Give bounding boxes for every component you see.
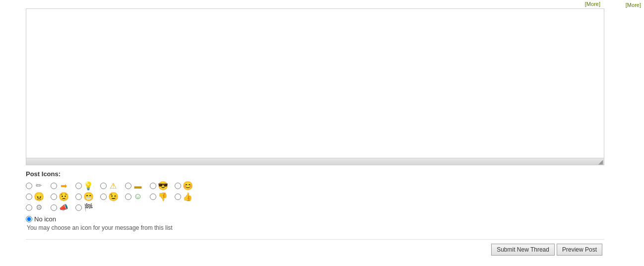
- icons-row-3: ⚙ 📣 🏁: [26, 202, 604, 212]
- preview-post-button[interactable]: Preview Post: [557, 244, 602, 256]
- cool-icon: ☺: [133, 192, 143, 201]
- icon-item-mad: 😠: [26, 192, 44, 201]
- icon-item-flag: 🏁: [75, 202, 93, 212]
- icon-item-cool: ☺: [125, 192, 143, 201]
- more-link-container: [More]: [26, 0, 604, 8]
- warning-icon: ⚠: [108, 181, 118, 191]
- resize-handle-icon: ◢: [598, 158, 603, 165]
- radio-no-icon[interactable]: [26, 216, 32, 222]
- gear-icon: ⚙: [34, 202, 44, 212]
- icons-grid: ✏ ➡ 💡 ⚠ ▬: [26, 181, 604, 212]
- no-icon-row: No icon: [26, 215, 604, 223]
- icon-item-wink: 😉: [100, 192, 118, 201]
- icon-item-megaphone: 📣: [51, 202, 68, 212]
- icon-item-pencil: ✏: [26, 181, 44, 191]
- resize-bar: ◢: [26, 158, 604, 165]
- message-textarea[interactable]: [26, 9, 604, 158]
- radio-megaphone[interactable]: [51, 204, 57, 211]
- icon-item-smile: 😊: [175, 181, 193, 191]
- arrow-icon: ➡: [59, 181, 68, 191]
- bottom-buttons: Submit New Thread Preview Post: [26, 239, 604, 260]
- sunglasses-icon: 😎: [158, 181, 168, 191]
- icon-item-box: ▬: [125, 181, 143, 191]
- icon-item-arrow: ➡: [51, 181, 68, 191]
- more-link-right[interactable]: [More]: [626, 2, 641, 8]
- radio-thumbsdown[interactable]: [150, 194, 156, 200]
- radio-gear[interactable]: [26, 204, 32, 211]
- radio-mad[interactable]: [26, 194, 32, 200]
- right-sidebar: [More]: [604, 0, 644, 266]
- icon-item-warning: ⚠: [100, 181, 118, 191]
- radio-flag[interactable]: [75, 204, 82, 211]
- no-icon-description: You may choose an icon for your message …: [27, 224, 604, 231]
- flag-icon: 🏁: [83, 202, 93, 212]
- icons-row-1: ✏ ➡ 💡 ⚠ ▬: [26, 181, 604, 191]
- main-content: [More] ◢ Post Icons: ✏ ➡: [26, 0, 604, 266]
- radio-cool[interactable]: [125, 194, 131, 200]
- megaphone-icon: 📣: [59, 202, 68, 212]
- post-icons-section: Post Icons: ✏ ➡ 💡: [26, 165, 604, 235]
- icon-item-bulb: 💡: [75, 181, 93, 191]
- icons-row-2: 😠 😟 😁 😉: [26, 192, 604, 201]
- smile-icon: 😊: [183, 181, 193, 191]
- post-icons-label: Post Icons:: [26, 170, 604, 178]
- icon-item-biggrin: 😁: [75, 192, 93, 201]
- icon-item-sad: 😟: [51, 192, 68, 201]
- radio-biggrin[interactable]: [75, 194, 82, 200]
- icon-item-gear: ⚙: [26, 202, 44, 212]
- left-sidebar: [0, 0, 26, 266]
- mad-icon: 😠: [34, 192, 44, 201]
- bulb-icon: 💡: [83, 181, 93, 191]
- no-icon-label: No icon: [34, 215, 56, 223]
- more-link-top: [More]: [604, 0, 644, 8]
- thumbsup-icon: 👍: [183, 192, 193, 201]
- sad-icon: 😟: [59, 192, 68, 201]
- radio-sad[interactable]: [51, 194, 57, 200]
- radio-thumbsup[interactable]: [175, 194, 181, 200]
- radio-box[interactable]: [125, 183, 131, 189]
- radio-pencil[interactable]: [26, 183, 32, 189]
- icon-item-sunglasses: 😎: [150, 181, 168, 191]
- submit-thread-button[interactable]: Submit New Thread: [491, 244, 555, 256]
- radio-wink[interactable]: [100, 194, 107, 200]
- radio-arrow[interactable]: [51, 183, 57, 189]
- radio-bulb[interactable]: [75, 183, 82, 189]
- wink-icon: 😉: [108, 192, 118, 201]
- biggrin-icon: 😁: [83, 192, 93, 201]
- editor-area: ◢: [26, 8, 604, 165]
- pencil-icon: ✏: [34, 181, 44, 191]
- radio-warning[interactable]: [100, 183, 107, 189]
- box-icon: ▬: [133, 181, 143, 191]
- icon-item-thumbsup: 👍: [175, 192, 193, 201]
- radio-smile[interactable]: [175, 183, 181, 189]
- radio-sunglasses[interactable]: [150, 183, 156, 189]
- more-link[interactable]: [More]: [585, 1, 600, 7]
- thumbsdown-icon: 👎: [158, 192, 168, 201]
- icon-item-thumbsdown: 👎: [150, 192, 168, 201]
